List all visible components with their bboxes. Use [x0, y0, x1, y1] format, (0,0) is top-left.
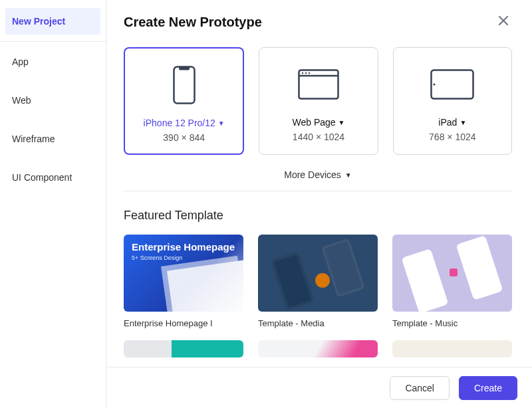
page-title: Create New Prototype [124, 15, 262, 30]
device-label[interactable]: iPhone 12 Pro/12 ▼ [144, 118, 225, 128]
template-thumbnail [392, 340, 512, 357]
svg-rect-1 [179, 67, 190, 70]
svg-point-5 [305, 72, 307, 74]
template-label: Enterprise Homepage I [124, 318, 243, 328]
section-divider [124, 191, 512, 191]
template-card[interactable] [258, 340, 378, 364]
template-card-media[interactable]: Template - Media [258, 235, 378, 328]
device-card-iphone[interactable]: iPhone 12 Pro/12 ▼ 390 × 844 [124, 47, 244, 155]
template-label: Template - Media [258, 318, 378, 328]
sidebar-item-web[interactable]: Web [5, 87, 100, 114]
close-icon[interactable] [495, 12, 512, 33]
template-thumbnail [124, 340, 243, 357]
create-button[interactable]: Create [459, 376, 517, 400]
templates-heading: Featured Template [124, 209, 512, 223]
chevron-down-icon: ▼ [345, 171, 352, 179]
template-thumbnail [258, 340, 378, 357]
browser-icon [266, 61, 370, 108]
template-row-peek [124, 340, 512, 364]
svg-rect-2 [299, 70, 338, 99]
cancel-button[interactable]: Cancel [390, 376, 450, 400]
svg-point-4 [302, 72, 303, 74]
template-card-enterprise[interactable]: Enterprise Homepage 5+ Screens Design En… [124, 235, 243, 328]
chevron-down-icon: ▼ [460, 119, 466, 126]
template-card[interactable] [392, 340, 512, 364]
template-row: Enterprise Homepage 5+ Screens Design En… [124, 235, 512, 328]
svg-rect-7 [432, 70, 473, 99]
template-card-music[interactable]: Template - Music [392, 235, 512, 328]
main-panel: Create New Prototype iPhone 12 Pro/12 ▼ … [106, 0, 532, 367]
phone-icon [132, 62, 236, 108]
template-card[interactable] [124, 340, 243, 364]
device-label[interactable]: iPad ▼ [438, 117, 466, 128]
svg-rect-0 [174, 67, 194, 104]
device-label[interactable]: Web Page ▼ [292, 117, 344, 128]
template-thumbnail: Enterprise Homepage 5+ Screens Design [124, 235, 243, 312]
template-thumbnail [392, 235, 512, 312]
svg-point-6 [309, 72, 310, 74]
sidebar-item-app[interactable]: App [5, 49, 100, 75]
template-thumbnail [258, 235, 378, 312]
footer: Cancel Create [106, 367, 532, 408]
device-card-ipad[interactable]: iPad ▼ 768 × 1024 [393, 47, 512, 155]
more-devices-toggle[interactable]: More Devices ▼ [124, 164, 512, 191]
sidebar-item-ui-component[interactable]: UI Component [5, 164, 100, 191]
template-label: Template - Music [392, 318, 512, 328]
sidebar-item-wireframe[interactable]: Wireframe [5, 126, 100, 152]
chevron-down-icon: ▼ [218, 120, 225, 127]
tablet-icon [400, 61, 505, 108]
chevron-down-icon: ▼ [338, 119, 345, 126]
device-dimensions: 1440 × 1024 [266, 132, 370, 142]
sidebar-item-new-project[interactable]: New Project [5, 8, 100, 35]
device-card-web[interactable]: Web Page ▼ 1440 × 1024 [259, 47, 378, 155]
device-row: iPhone 12 Pro/12 ▼ 390 × 844 Web Page ▼ [124, 47, 512, 155]
device-dimensions: 768 × 1024 [400, 132, 505, 142]
sidebar: New Project App Web Wireframe UI Compone… [0, 0, 106, 408]
svg-point-8 [434, 83, 436, 85]
sidebar-divider [0, 41, 106, 42]
device-dimensions: 390 × 844 [132, 132, 236, 143]
